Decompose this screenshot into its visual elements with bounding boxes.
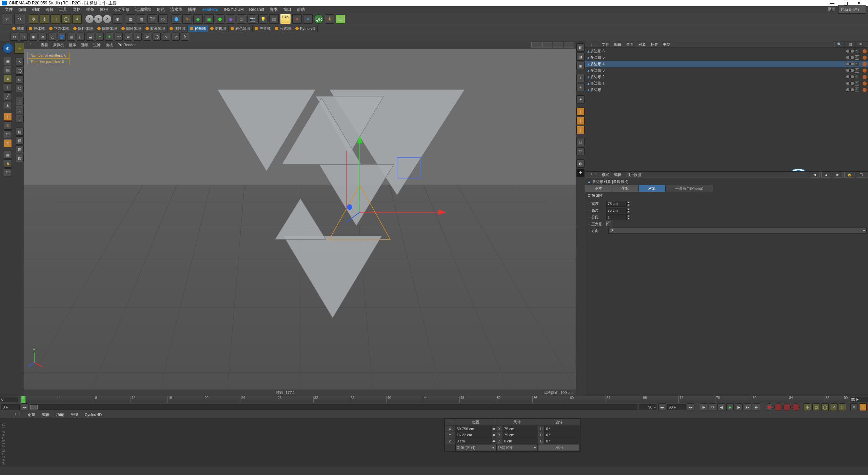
segments-spinner[interactable]: ▴▾ [627, 214, 630, 220]
def-wrap[interactable]: ⟳ [143, 33, 151, 41]
menu-help[interactable]: 帮助 [294, 6, 308, 13]
enable-checkbox[interactable] [855, 68, 859, 73]
rot-p-input[interactable] [545, 432, 580, 438]
range-start-field[interactable] [1, 404, 20, 410]
light-button[interactable]: 💡 [258, 14, 268, 24]
vis-editor-dot[interactable] [846, 81, 850, 85]
om-filter-icon[interactable]: ▤ [845, 42, 855, 47]
size-y-input[interactable] [503, 432, 538, 438]
lt-5[interactable]: ▨ [16, 136, 24, 145]
render-view-button[interactable]: ▦ [126, 14, 135, 24]
axis-y-button[interactable]: Y [94, 15, 102, 23]
vis-editor-dot[interactable] [846, 75, 850, 79]
phong-tag-icon[interactable] [863, 75, 867, 79]
menu-tools[interactable]: 工具 [56, 6, 70, 13]
lock-button[interactable]: 🔒 [4, 159, 12, 168]
rt-6[interactable]: ✦ [576, 95, 585, 103]
menu-create[interactable]: 创建 [29, 6, 43, 13]
workplane-button[interactable]: ⬚ [4, 130, 12, 138]
move-tool-button[interactable]: ✢ [40, 14, 49, 24]
spline-pen-button[interactable]: ✎ [182, 14, 192, 24]
range-start-spin[interactable]: ◂▸ [21, 403, 28, 411]
menu-mograph[interactable]: 运动图形 [111, 6, 132, 13]
tab-object[interactable]: 对象 [639, 185, 666, 192]
segments-input[interactable] [606, 214, 627, 220]
object-row[interactable]: ▲多边形.3 [585, 67, 868, 74]
step-back-button[interactable]: ◀ [717, 403, 725, 411]
key-param-button[interactable]: P [830, 403, 837, 411]
axis-mode-button[interactable]: ⊹ [4, 113, 12, 121]
environment-floor-button[interactable]: ▤ [237, 14, 246, 24]
field-random[interactable]: 随机域 [208, 25, 229, 32]
enable-checkbox[interactable] [855, 75, 859, 79]
menu-file[interactable]: 文件 [2, 6, 16, 13]
next-key-button[interactable]: ⏭ [744, 403, 751, 411]
def-ffd[interactable]: ▦ [67, 33, 75, 41]
object-row[interactable]: ▲多边形.2 [585, 74, 868, 80]
height-input[interactable] [606, 208, 627, 213]
attr-new-icon[interactable]: ◫ [856, 172, 866, 177]
lt-2[interactable]: ▯ [16, 106, 24, 114]
pos-y-input[interactable] [455, 432, 492, 438]
menu-insydium[interactable]: INSYDIUM [221, 6, 246, 13]
tab-coord[interactable]: 坐标 [612, 185, 639, 192]
viewport-3d[interactable]: Y Number of emitters: 0 Total live parti… [24, 49, 576, 390]
cf-spin[interactable]: ◂▸ [658, 403, 666, 411]
goto-end-button[interactable]: ⏭ [753, 403, 760, 411]
last-tool-button[interactable]: ✦ [72, 14, 82, 24]
snap-mode-button[interactable]: S [4, 121, 12, 130]
def-rail[interactable]: ⫽ [172, 33, 180, 41]
attr-fwd-icon[interactable]: ▶ [833, 172, 843, 177]
anim-dot-icon[interactable]: ◦ [587, 208, 591, 212]
height-spinner[interactable]: ▴▾ [627, 208, 630, 213]
goto-start-button[interactable]: ⏮ [700, 403, 707, 411]
key-opts-button[interactable] [792, 403, 800, 411]
om-view[interactable]: 查看 [624, 42, 636, 47]
size-x-input[interactable] [503, 426, 538, 432]
current-frame-field[interactable] [639, 404, 657, 410]
timeline-end-field[interactable] [850, 397, 868, 402]
lt-poly[interactable]: ⬠ [16, 84, 24, 92]
lt-7[interactable]: ▨ [16, 154, 24, 162]
field-cube[interactable]: 立方体域 [47, 25, 71, 32]
field-radial[interactable]: 径向域 [188, 25, 208, 32]
vp-options[interactable]: 选项 [79, 42, 91, 48]
vis-editor-dot[interactable] [846, 88, 850, 92]
object-mode-button[interactable]: ◈ [4, 75, 12, 83]
timeline-ruler[interactable]: 0481216202428323640444852566064687276808… [20, 396, 848, 403]
rt-13[interactable]: ✚ [576, 169, 585, 177]
dynamics-button[interactable]: ✶ [292, 14, 302, 24]
psr-reset-button[interactable]: PSR0 [280, 14, 291, 24]
field-python[interactable]: Python域 [293, 25, 318, 32]
mat-edit[interactable]: 编辑 [39, 412, 53, 418]
menu-plugins[interactable]: 插件 [185, 6, 199, 13]
field-cylinder[interactable]: 圆柱体域 [71, 25, 95, 32]
triangle-checkbox[interactable] [606, 222, 611, 226]
def-explosionfx[interactable]: ✷ [105, 33, 113, 41]
timeline-dopesheet-button[interactable]: ≡ [850, 403, 858, 411]
mograph-button[interactable]: ✦ [303, 14, 313, 24]
rt-10[interactable]: □ [576, 138, 585, 146]
vp-prorender[interactable]: ProRender [115, 43, 138, 47]
vp-view[interactable]: 查看 [38, 42, 51, 48]
point-mode-button[interactable]: ⋮ [4, 83, 12, 92]
rt-5[interactable]: ⌖ [576, 83, 585, 91]
menu-spline[interactable]: 样条 [83, 6, 97, 13]
def-spherify[interactable]: ◯ [153, 33, 161, 41]
render-pv-button[interactable]: 🎬 [147, 14, 157, 24]
keyframe-button[interactable] [783, 403, 791, 411]
vpnav-2-icon[interactable] [542, 42, 552, 48]
om-file[interactable]: 文件 [599, 42, 612, 47]
attr-userdata[interactable]: 用户数据 [624, 172, 644, 177]
qr-button[interactable]: QR [314, 14, 323, 24]
def-mesh[interactable]: ⬚ [77, 33, 85, 41]
generator-array-button[interactable]: ⬣ [215, 14, 224, 24]
def-taper[interactable]: △ [48, 33, 56, 41]
vis-render-dot[interactable] [850, 49, 854, 53]
rt-9[interactable]: | [576, 126, 585, 134]
vp-panel[interactable]: 面板 [103, 42, 115, 48]
rt-2[interactable]: ◨ [576, 53, 585, 61]
phong-tag-icon[interactable] [863, 69, 867, 73]
vis-render-dot[interactable] [850, 56, 854, 59]
render-region-button[interactable]: ▩ [137, 14, 146, 24]
